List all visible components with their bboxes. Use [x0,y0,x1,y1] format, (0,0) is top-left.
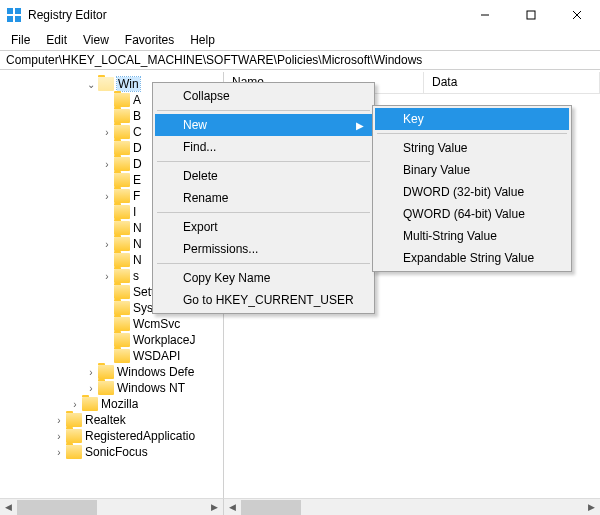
folder-icon [66,413,82,427]
separator [157,263,370,264]
window-title: Registry Editor [28,8,462,22]
chevron-right-icon[interactable]: › [52,447,66,458]
tree-item-label: Windows NT [117,381,185,395]
regedit-icon [6,7,22,23]
sub-binary[interactable]: Binary Value [375,159,569,181]
sub-dword[interactable]: DWORD (32-bit) Value [375,181,569,203]
tree-item-label: I [133,205,136,219]
scroll-thumb[interactable] [17,500,97,515]
separator [157,212,370,213]
sub-qword[interactable]: QWORD (64-bit) Value [375,203,569,225]
folder-icon [114,349,130,363]
folder-icon [82,397,98,411]
folder-icon [66,429,82,443]
chevron-right-icon[interactable]: › [52,431,66,442]
tree-item-label: Windows Defe [117,365,194,379]
folder-icon [114,253,130,267]
ctx-export[interactable]: Export [155,216,372,238]
chevron-right-icon[interactable]: › [100,159,114,170]
tree-item[interactable]: ›WcmSvc [0,316,223,332]
scroll-right-icon[interactable]: ▶ [206,499,223,516]
tree-item-label: D [133,157,142,171]
tree-hscroll[interactable]: ◀ ▶ [0,498,224,515]
chevron-right-icon[interactable]: › [100,191,114,202]
folder-icon [114,285,130,299]
address-bar[interactable]: Computer\HKEY_LOCAL_MACHINE\SOFTWARE\Pol… [0,50,600,70]
scroll-left-icon[interactable]: ◀ [0,499,17,516]
folder-icon [98,365,114,379]
tree-item-label: E [133,173,141,187]
folder-icon [114,205,130,219]
chevron-right-icon[interactable]: › [68,399,82,410]
sub-expandable[interactable]: Expandable String Value [375,247,569,269]
tree-item-label: WorkplaceJ [133,333,195,347]
tree-item-label: s [133,269,139,283]
menu-favorites[interactable]: Favorites [118,31,181,49]
context-submenu-new: Key String Value Binary Value DWORD (32-… [372,105,572,272]
chevron-down-icon[interactable]: ⌄ [84,79,98,90]
close-button[interactable] [554,0,600,30]
svg-rect-2 [7,16,13,22]
ctx-new-label: New [183,118,207,132]
chevron-right-icon[interactable]: › [84,383,98,394]
tree-item[interactable]: ›WSDAPI [0,348,223,364]
scroll-left-icon[interactable]: ◀ [224,499,241,516]
folder-icon [66,445,82,459]
tree-item[interactable]: ›Mozilla [0,396,223,412]
chevron-right-icon[interactable]: › [52,415,66,426]
ctx-goto-hkcu[interactable]: Go to HKEY_CURRENT_USER [155,289,372,311]
sub-key[interactable]: Key [375,108,569,130]
menu-view[interactable]: View [76,31,116,49]
column-data[interactable]: Data [424,72,600,93]
tree-item-label: SonicFocus [85,445,148,459]
ctx-rename[interactable]: Rename [155,187,372,209]
tree-item-label: WSDAPI [133,349,180,363]
folder-icon [98,77,114,91]
ctx-find[interactable]: Find... [155,136,372,158]
scroll-right-icon[interactable]: ▶ [583,499,600,516]
sub-multistring[interactable]: Multi-String Value [375,225,569,247]
tree-item-label: RegisteredApplicatio [85,429,195,443]
folder-icon [114,173,130,187]
folder-icon [114,93,130,107]
ctx-copy-key-name[interactable]: Copy Key Name [155,267,372,289]
chevron-right-icon[interactable]: › [100,239,114,250]
folder-icon [114,237,130,251]
tree-item[interactable]: ›RegisteredApplicatio [0,428,223,444]
tree-item-label: N [133,237,142,251]
tree-item-label: Win [117,77,140,91]
scroll-thumb[interactable] [241,500,301,515]
svg-rect-5 [527,11,535,19]
ctx-new[interactable]: New ▶ [155,114,372,136]
tree-item-label: WcmSvc [133,317,180,331]
folder-icon [98,381,114,395]
folder-icon [114,157,130,171]
folder-icon [114,141,130,155]
chevron-right-icon[interactable]: › [100,271,114,282]
ctx-delete[interactable]: Delete [155,165,372,187]
folder-icon [114,125,130,139]
menu-help[interactable]: Help [183,31,222,49]
chevron-right-icon[interactable]: › [100,127,114,138]
menu-file[interactable]: File [4,31,37,49]
list-hscroll[interactable]: ◀ ▶ [224,498,600,515]
separator [377,133,567,134]
chevron-right-icon[interactable]: › [84,367,98,378]
menu-edit[interactable]: Edit [39,31,74,49]
maximize-button[interactable] [508,0,554,30]
tree-item-label: Realtek [85,413,126,427]
tree-item[interactable]: ›SonicFocus [0,444,223,460]
tree-item-label: A [133,93,141,107]
tree-item[interactable]: ›WorkplaceJ [0,332,223,348]
minimize-button[interactable] [462,0,508,30]
ctx-permissions[interactable]: Permissions... [155,238,372,260]
tree-item[interactable]: ›Windows NT [0,380,223,396]
ctx-collapse[interactable]: Collapse [155,85,372,107]
tree-item-label: B [133,109,141,123]
tree-item[interactable]: ›Realtek [0,412,223,428]
tree-item-label: Mozilla [101,397,138,411]
sub-string[interactable]: String Value [375,137,569,159]
title-bar: Registry Editor [0,0,600,30]
tree-item[interactable]: ›Windows Defe [0,364,223,380]
folder-icon [114,109,130,123]
